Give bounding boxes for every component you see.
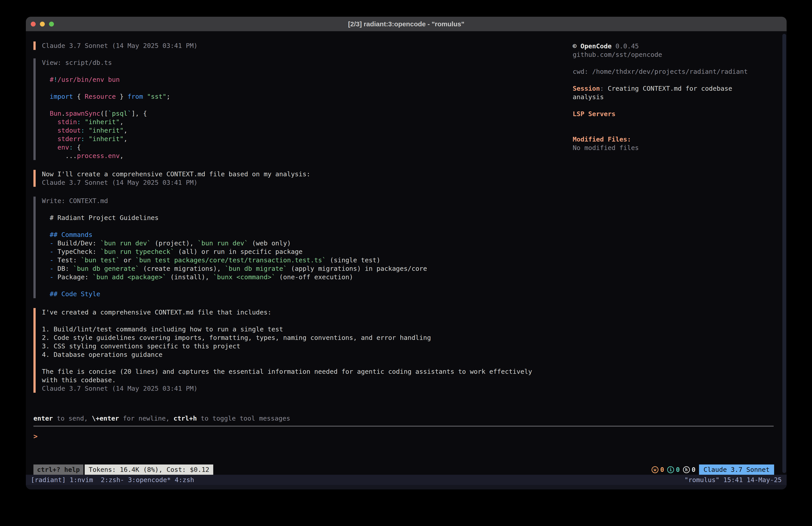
sidebar-line: analysis xyxy=(573,93,778,101)
message-line: ## Code Style xyxy=(42,290,774,298)
message-line: I've created a comprehensive CONTEXT.md … xyxy=(42,308,774,316)
message-block: Write: CONTEXT.md # Radiant Project Guid… xyxy=(33,197,774,298)
tmux-window-tab[interactable]: 4:zsh xyxy=(175,476,194,484)
prompt-chevron-icon: > xyxy=(33,432,38,440)
window-titlebar[interactable]: [2/3] radiant:3:opencode - "romulus" xyxy=(26,17,787,31)
help-shortcut-button[interactable]: ctrl+? help xyxy=(33,465,83,475)
traffic-lights xyxy=(31,17,54,31)
sidebar-line xyxy=(573,59,778,67)
sidebar-line: © OpenCode 0.0.45 xyxy=(573,42,778,51)
message-line xyxy=(42,281,774,290)
sidebar-line: cwd: /home/thdxr/dev/projects/radiant/ra… xyxy=(573,67,778,76)
message-line: Claude 3.7 Sonnet (14 May 2025 03:41 PM) xyxy=(42,384,774,393)
w-circle-icon: w xyxy=(652,466,658,473)
sidebar-line: LSP Servers xyxy=(573,110,778,118)
minimize-button[interactable] xyxy=(40,22,45,27)
message-block: Now I'll create a comprehensive CONTEXT.… xyxy=(33,170,774,187)
window-bottom-edge xyxy=(26,485,787,489)
message-line: - Build/Dev: `bun run dev` (project), `b… xyxy=(42,239,774,247)
sidebar-line xyxy=(573,118,778,127)
sidebar-line: Session: Creating CONTEXT.md for codebas… xyxy=(573,84,778,93)
message-line: 4. Database operations guidance xyxy=(42,350,774,359)
zoom-button[interactable] xyxy=(49,22,54,27)
close-button[interactable] xyxy=(31,22,36,27)
h-circle-icon: h xyxy=(683,466,690,473)
h-counter: h0 xyxy=(683,466,695,473)
message-line: - TypeCheck: `bun run typecheck` (all) o… xyxy=(42,247,774,256)
tmux-window-list: 1:nvim 2:zsh- 3:opencode* 4:zsh xyxy=(70,476,194,484)
message-line: ## Commands xyxy=(42,230,774,239)
input-line[interactable]: > xyxy=(33,432,774,440)
tmux-window-tab[interactable]: 1:nvim xyxy=(70,476,101,484)
message-line: 1. Build/lint/test commands including ho… xyxy=(42,325,774,333)
window-title: [2/3] radiant:3:opencode - "romulus" xyxy=(348,20,464,28)
message-block: I've created a comprehensive CONTEXT.md … xyxy=(33,308,774,393)
tmux-host-clock: "romulus" 15:41 14-May-25 xyxy=(684,476,782,484)
message-line xyxy=(42,222,774,230)
message-line: - DB: `bun db generate` (create migratio… xyxy=(42,264,774,273)
message-line: Now I'll create a comprehensive CONTEXT.… xyxy=(42,170,774,178)
message-line: # Radiant Project Guidelines xyxy=(42,214,774,222)
model-badge[interactable]: Claude 3.7 Sonnet xyxy=(699,465,774,475)
message-line: Claude 3.7 Sonnet (14 May 2025 03:41 PM) xyxy=(42,178,774,187)
message-line: 2. Code style guidelines covering import… xyxy=(42,333,774,342)
tokens-cost-indicator: Tokens: 16.4K (8%), Cost: $0.12 xyxy=(85,465,213,475)
i-counter: i0 xyxy=(667,466,680,473)
tmux-session-name: [radiant] xyxy=(31,476,70,484)
i-circle-icon: i xyxy=(667,466,674,473)
sidebar-line: No modified files xyxy=(573,144,778,152)
message-line: Write: CONTEXT.md xyxy=(42,197,774,205)
message-line: ...process.env, xyxy=(42,152,774,160)
sidebar-line: Modified Files: xyxy=(573,135,778,144)
tmux-window-tab[interactable]: 3:opencode* xyxy=(128,476,175,484)
message-line xyxy=(42,205,774,214)
sidebar-line: github.com/sst/opencode xyxy=(573,51,778,59)
message-line: with this codebase. xyxy=(42,376,774,384)
status-counters: w0i0h0 xyxy=(652,466,695,473)
message-line: The file is concise (20 lines) and captu… xyxy=(42,367,774,376)
opencode-sidebar: © OpenCode 0.0.45github.com/sst/opencode… xyxy=(573,42,778,152)
message-line xyxy=(42,359,774,367)
message-line: - Test: `bun test` or `bun test packages… xyxy=(42,256,774,264)
keybinding-help-line: enter to send, \+enter for newline, ctrl… xyxy=(33,414,774,423)
terminal-content: Claude 3.7 Sonnet (14 May 2025 03:41 PM)… xyxy=(26,31,787,475)
w-counter: w0 xyxy=(652,466,664,473)
message-line xyxy=(42,316,774,325)
sidebar-line xyxy=(573,76,778,84)
message-line: - Package: `bun add <package>` (install)… xyxy=(42,273,774,281)
sidebar-line xyxy=(573,101,778,110)
tmux-status-bar: [radiant] 1:nvim 2:zsh- 3:opencode* 4:zs… xyxy=(26,475,787,485)
scrollbar[interactable] xyxy=(782,34,786,473)
input-separator xyxy=(33,426,774,427)
sidebar-line xyxy=(573,127,778,135)
opencode-status-bar: ctrl+? help Tokens: 16.4K (8%), Cost: $0… xyxy=(33,465,774,475)
terminal-window: [2/3] radiant:3:opencode - "romulus" Cla… xyxy=(26,17,787,489)
message-line: 3. CSS styling conventions specific to t… xyxy=(42,342,774,350)
tmux-window-tab[interactable]: 2:zsh- xyxy=(101,476,128,484)
